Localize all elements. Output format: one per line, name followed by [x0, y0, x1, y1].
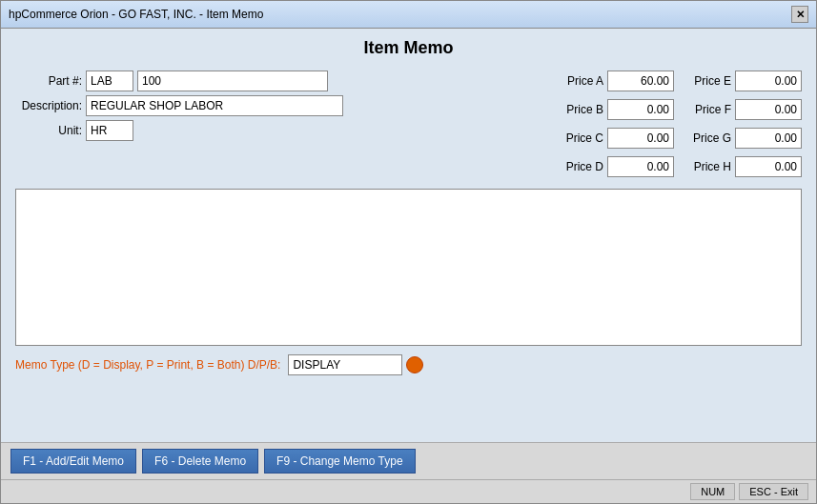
memo-area-section: Memo Type (D = Display, P = Print, B = B…: [15, 189, 802, 433]
f1-button[interactable]: F1 - Add/Edit Memo: [10, 449, 136, 474]
memo-type-indicator: [406, 356, 423, 373]
f9-button[interactable]: F9 - Change Memo Type: [264, 449, 416, 474]
price-b-row: Price B: [561, 99, 674, 120]
title-bar: hpCommerce Orion - GO FAST, INC. - Item …: [1, 1, 816, 29]
price-col-right: Price E Price F Price G Price H: [688, 71, 802, 181]
unit-label: Unit:: [15, 124, 82, 137]
main-window: hpCommerce Orion - GO FAST, INC. - Item …: [0, 0, 817, 504]
page-title: Item Memo: [15, 38, 802, 58]
price-g-row: Price G: [688, 128, 802, 149]
price-h-label: Price H: [688, 160, 731, 173]
price-a-input[interactable]: [607, 71, 674, 91]
price-b-label: Price B: [561, 103, 603, 116]
price-d-input[interactable]: [607, 156, 674, 177]
price-e-row: Price E: [688, 71, 802, 91]
price-g-label: Price G: [688, 131, 731, 145]
main-content: Item Memo Part #: Description: Unit:: [1, 29, 816, 442]
memo-type-container: [288, 354, 423, 375]
price-b-input[interactable]: [607, 99, 674, 120]
part-number-input[interactable]: [137, 71, 328, 91]
price-g-input[interactable]: [735, 128, 802, 149]
memo-type-row: Memo Type (D = Display, P = Print, B = B…: [15, 354, 802, 375]
price-f-row: Price F: [688, 99, 802, 120]
price-d-row: Price D: [561, 156, 674, 177]
num-status: NUM: [690, 483, 735, 500]
unit-row: Unit:: [15, 120, 551, 141]
price-a-row: Price A: [561, 71, 674, 91]
description-input[interactable]: [86, 95, 343, 116]
prices-section: Price A Price B Price C Price D: [561, 71, 802, 181]
price-h-input[interactable]: [735, 156, 802, 177]
price-e-input[interactable]: [735, 71, 802, 91]
price-col-left: Price A Price B Price C Price D: [561, 71, 674, 181]
unit-input[interactable]: [86, 120, 133, 141]
price-f-input[interactable]: [735, 99, 802, 120]
f6-button[interactable]: F6 - Delete Memo: [142, 449, 258, 474]
price-h-row: Price H: [688, 156, 802, 177]
bottom-bar: F1 - Add/Edit Memo F6 - Delete Memo F9 -…: [1, 442, 816, 479]
price-f-label: Price F: [688, 103, 731, 116]
part-row: Part #:: [15, 71, 551, 91]
price-e-label: Price E: [688, 74, 731, 88]
memo-textarea[interactable]: [15, 189, 802, 346]
description-row: Description:: [15, 95, 551, 116]
status-bar: NUM ESC - Exit: [1, 479, 816, 503]
memo-type-label: Memo Type (D = Display, P = Print, B = B…: [15, 358, 280, 372]
window-title: hpCommerce Orion - GO FAST, INC. - Item …: [9, 8, 263, 21]
description-label: Description:: [15, 99, 82, 112]
form-section: Part #: Description: Unit:: [15, 71, 802, 181]
memo-type-input[interactable]: [288, 354, 402, 375]
price-c-label: Price C: [561, 131, 603, 145]
part-prefix-input[interactable]: [86, 71, 133, 91]
esc-status: ESC - Exit: [739, 483, 808, 500]
close-button[interactable]: ✕: [791, 6, 808, 23]
left-form: Part #: Description: Unit:: [15, 71, 551, 181]
price-d-label: Price D: [561, 160, 603, 173]
part-label: Part #:: [15, 74, 82, 88]
price-a-label: Price A: [561, 74, 603, 88]
price-c-input[interactable]: [607, 128, 674, 149]
price-c-row: Price C: [561, 128, 674, 149]
